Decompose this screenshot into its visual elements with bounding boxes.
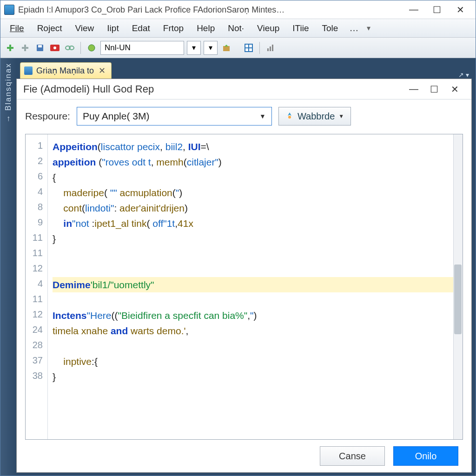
svg-point-10 bbox=[88, 45, 95, 51]
scrollbar-thumb[interactable] bbox=[454, 264, 462, 334]
svg-rect-13 bbox=[245, 45, 248, 47]
line-number: 11 bbox=[26, 246, 47, 262]
svg-rect-17 bbox=[267, 48, 269, 51]
svg-point-20 bbox=[288, 116, 291, 119]
parameters-row: Respoure: Puy Anple( 3M) ▼ Wabbrde ▼ bbox=[17, 99, 471, 130]
code-line[interactable]: cont(lindoti": ader'ainit'drijen) bbox=[53, 200, 459, 216]
svg-rect-14 bbox=[249, 45, 252, 47]
svg-rect-3 bbox=[22, 47, 28, 49]
line-number: 28 bbox=[26, 338, 47, 354]
svg-rect-1 bbox=[7, 47, 13, 49]
menu-file[interactable]: File bbox=[3, 19, 31, 37]
code-line[interactable]: } bbox=[53, 231, 459, 246]
line-number: 1 bbox=[26, 139, 47, 154]
menu-iipt[interactable]: Iipt bbox=[100, 19, 125, 37]
svg-rect-15 bbox=[245, 48, 248, 51]
svg-rect-19 bbox=[272, 45, 273, 51]
action-label: Wabbrde bbox=[298, 111, 335, 122]
body: → Blansqinax Griaṇ Maṇila to ✕ ↗ ▾ Fie (… bbox=[0, 58, 476, 476]
dialog-title: Fie (Admodeli) Hull God Rep bbox=[23, 83, 403, 95]
link-icon[interactable] bbox=[64, 42, 76, 54]
code-content[interactable]: Appeition(liscattor pecix, biil2, IUI=\a… bbox=[48, 134, 463, 439]
code-line[interactable]: } bbox=[53, 369, 459, 384]
code-line[interactable]: inptive:{ bbox=[53, 354, 459, 369]
code-line[interactable] bbox=[53, 338, 459, 354]
main-area: Griaṇ Maṇila to ✕ ↗ ▾ Fie (Admodeli) Hul… bbox=[16, 58, 476, 476]
menu-frtop[interactable]: Frtop bbox=[157, 19, 190, 37]
menu-roject[interactable]: Roject bbox=[31, 19, 69, 37]
menu-view[interactable]: View bbox=[68, 19, 100, 37]
cancel-button[interactable]: Canse bbox=[320, 446, 385, 466]
menu-edat[interactable]: Edat bbox=[126, 19, 157, 37]
sidebar-label: → Blansqinax bbox=[4, 63, 13, 123]
dialog-maximize-button[interactable]: ☐ bbox=[424, 81, 444, 98]
code-line[interactable] bbox=[53, 292, 459, 308]
code-line[interactable]: Demime'bil1/"uomettly" bbox=[53, 277, 459, 292]
code-line[interactable]: maderipe( "" acmuplation(") bbox=[53, 185, 459, 200]
minimize-button[interactable]: ― bbox=[402, 2, 425, 18]
ok-button[interactable]: Onilo bbox=[393, 446, 458, 466]
menubar: File Roject View Iipt Edat Frtop Help No… bbox=[0, 19, 476, 38]
toolbar-secondary-drop-icon[interactable]: ▾ bbox=[204, 41, 218, 55]
menu-not[interactable]: Not· bbox=[221, 19, 251, 37]
line-number: 4 bbox=[26, 277, 47, 292]
tab-pin-icon[interactable]: ↗ bbox=[458, 71, 464, 79]
export-icon[interactable] bbox=[220, 42, 232, 54]
resource-label: Respoure: bbox=[25, 111, 70, 122]
window-title: Epiadn I:l Amupor3 Co_Orob Pari Lack Pro… bbox=[18, 5, 402, 15]
chart-icon[interactable] bbox=[264, 42, 277, 54]
tab-file-icon bbox=[24, 66, 33, 75]
line-number: 37 bbox=[26, 354, 47, 369]
code-line[interactable]: Inctens"Here(("Bieidfiren a specfit can … bbox=[53, 308, 459, 323]
dialog-minimize-button[interactable]: ― bbox=[403, 81, 424, 98]
line-number: 9 bbox=[26, 216, 47, 231]
menu-itiie[interactable]: ITiie bbox=[286, 19, 315, 37]
menu-dropdown-icon[interactable]: ▾ bbox=[363, 19, 374, 37]
code-line[interactable]: timela xnahe and warts demo.', bbox=[53, 323, 459, 338]
svg-rect-18 bbox=[270, 46, 271, 51]
save-icon[interactable] bbox=[34, 42, 46, 54]
tab-close-icon[interactable]: ✕ bbox=[98, 66, 106, 76]
code-line[interactable]: appeition ("roves odt t, memh(citlajer") bbox=[53, 154, 459, 170]
svg-rect-16 bbox=[249, 48, 252, 51]
menu-overflow[interactable]: … bbox=[344, 19, 363, 37]
code-line[interactable] bbox=[53, 262, 459, 277]
tab-menu-icon[interactable]: ▾ bbox=[466, 71, 469, 79]
toolbar: Nnl-UN ▾ ▾ bbox=[0, 38, 476, 58]
svg-rect-11 bbox=[223, 46, 230, 51]
toolbar-combo[interactable]: Nnl-UN bbox=[100, 41, 184, 55]
toolbar-separator-2 bbox=[259, 42, 260, 54]
maximize-button[interactable]: ☐ bbox=[425, 2, 449, 18]
close-button[interactable]: ✕ bbox=[449, 2, 472, 18]
code-line[interactable]: { bbox=[53, 170, 459, 185]
globe-icon[interactable] bbox=[86, 42, 98, 54]
line-gutter: 1264891111124111224283738 bbox=[26, 134, 48, 439]
menu-tole[interactable]: Tole bbox=[316, 19, 345, 37]
add-green-icon[interactable] bbox=[4, 42, 16, 54]
code-editor[interactable]: 1264891111124111224283738 Appeition(lisc… bbox=[25, 134, 463, 440]
toolbar-combo-drop-icon[interactable]: ▾ bbox=[187, 41, 201, 55]
dialog-close-button[interactable]: ✕ bbox=[444, 81, 465, 98]
menu-vieup[interactable]: Vieup bbox=[251, 19, 286, 37]
add-gray-icon[interactable] bbox=[19, 42, 31, 54]
grid-icon[interactable] bbox=[243, 42, 255, 54]
tabstrip-tools: ↗ ▾ bbox=[458, 71, 473, 79]
sidebar-panel[interactable]: → Blansqinax bbox=[0, 58, 16, 476]
action-dropdown-button[interactable]: Wabbrde ▼ bbox=[278, 107, 351, 126]
record-icon[interactable] bbox=[49, 42, 61, 54]
code-line[interactable]: Appeition(liscattor pecix, biil2, IUI=\ bbox=[53, 139, 459, 154]
resource-select[interactable]: Puy Anple( 3M) ▼ bbox=[77, 107, 272, 126]
code-line[interactable]: in"not :ipet1_al tink( off"1t,41x bbox=[53, 216, 459, 231]
line-number: 8 bbox=[26, 200, 47, 216]
document-tab[interactable]: Griaṇ Maṇila to ✕ bbox=[20, 62, 112, 79]
dialog-titlebar: Fie (Admodeli) Hull God Rep ― ☐ ✕ bbox=[17, 79, 471, 99]
line-number: 38 bbox=[26, 369, 47, 384]
line-number: 12 bbox=[26, 262, 47, 277]
titlebar: Epiadn I:l Amupor3 Co_Orob Pari Lack Pro… bbox=[0, 0, 476, 19]
menu-help[interactable]: Help bbox=[190, 19, 221, 37]
dialog-window: Fie (Admodeli) Hull God Rep ― ☐ ✕ Respou… bbox=[16, 79, 472, 473]
app-window: Epiadn I:l Amupor3 Co_Orob Pari Lack Pro… bbox=[0, 0, 476, 476]
code-line[interactable] bbox=[53, 246, 459, 262]
vertical-scrollbar[interactable] bbox=[453, 134, 463, 439]
chevron-down-icon: ▼ bbox=[338, 113, 344, 119]
